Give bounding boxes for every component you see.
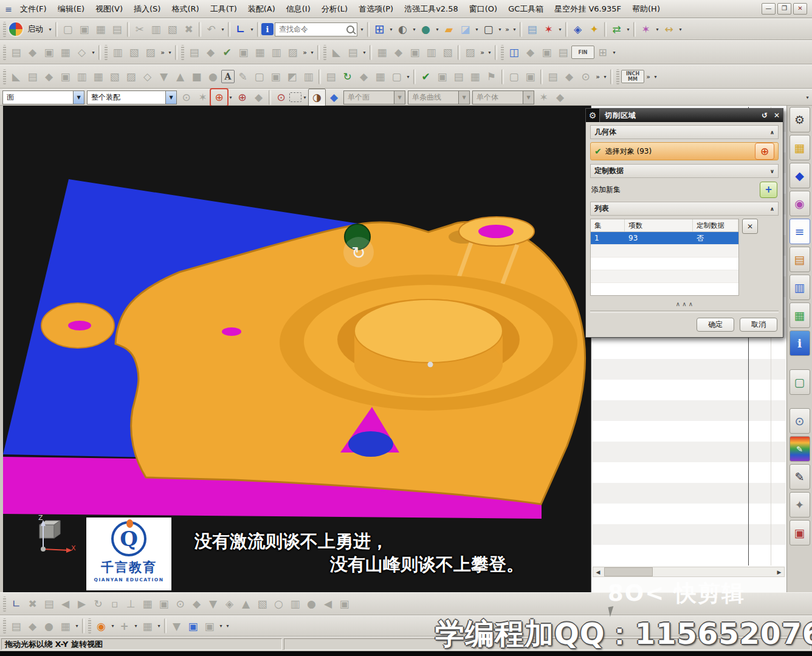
table-icon[interactable]: ▦	[139, 618, 156, 634]
op-icon[interactable]: ▨	[284, 44, 301, 61]
shade-icon[interactable]: ●	[303, 596, 320, 612]
prev-icon[interactable]: ◀	[320, 596, 336, 612]
edit-icon[interactable]: ▨	[123, 69, 139, 85]
folder-icon[interactable]: ▰	[441, 21, 457, 38]
edit-icon[interactable]: ▼	[156, 69, 172, 85]
cam-icon[interactable]: ◆	[24, 44, 41, 61]
minimize-button[interactable]: —	[762, 3, 776, 15]
wf-icon[interactable]: ▥	[423, 44, 439, 61]
rotate-point-icon[interactable]: ⊕	[234, 89, 250, 106]
monitor-icon[interactable]: ▢	[506, 69, 522, 85]
undo-icon[interactable]: ↶	[203, 21, 219, 38]
probe-icon[interactable]: ◆	[356, 69, 372, 85]
menu-item[interactable]: GC工具箱	[503, 2, 549, 16]
visualization-tab[interactable]: ✎	[790, 464, 810, 490]
combo-arrow-icon[interactable]: ▼	[165, 91, 176, 104]
shaded-view-icon[interactable]: ◐	[394, 21, 411, 38]
shop-doc-icon[interactable]: ▣	[434, 69, 450, 85]
cam-icon[interactable]: ▧	[126, 44, 142, 61]
annotation-icon[interactable]: A	[221, 70, 235, 83]
shop-doc-icon[interactable]: ▤	[450, 69, 467, 85]
orient-icon[interactable]: ⊥	[123, 596, 139, 612]
dialog-gear-icon[interactable]: ⚙	[586, 109, 600, 122]
units-toggle-icon[interactable]: INCH MM	[621, 70, 644, 83]
menu-item[interactable]: 工具(T)	[205, 2, 243, 16]
tool-icon[interactable]: ▤	[345, 44, 361, 61]
edit-icon[interactable]: ▲	[172, 69, 188, 85]
tool-dropdown[interactable]: ▾	[361, 44, 368, 61]
rect-select-icon[interactable]: ▢	[289, 92, 301, 102]
operation-navigator-tab[interactable]: ≡	[790, 219, 810, 244]
swap-arrows-icon[interactable]: ⇄	[608, 21, 625, 38]
snap-point-icon[interactable]: ✶	[194, 89, 211, 106]
part-navigator-tab[interactable]: ◉	[790, 191, 810, 216]
snap-active-icon[interactable]: ⊕	[211, 89, 227, 106]
wf-icon[interactable]: ▦	[374, 44, 390, 61]
print-icon[interactable]: ▤	[109, 21, 125, 38]
sphere-icon[interactable]: ○	[270, 596, 287, 612]
shaded-select-icon[interactable]: ◑	[308, 89, 326, 106]
snapshot-icon[interactable]: ▥	[287, 596, 303, 612]
swap-dropdown[interactable]: ▾	[625, 21, 631, 38]
select-target-button[interactable]: ⊕	[755, 143, 774, 160]
tooling-tab[interactable]: ✦	[790, 492, 810, 518]
wf-icon[interactable]: ▧	[439, 44, 456, 61]
key-icon[interactable]: ✦	[586, 21, 602, 38]
wf-icon[interactable]: ▣	[407, 44, 423, 61]
custom-data-header[interactable]: 定制数据 ∨	[590, 164, 779, 178]
curve-rule-icon[interactable]: ✶	[535, 89, 552, 106]
trimetric-icon[interactable]: ▣	[156, 596, 172, 612]
toolbar-overflow[interactable]: »	[301, 44, 309, 61]
wf-icon[interactable]: ▨	[462, 44, 478, 61]
expand-icon[interactable]: ∨	[770, 168, 774, 174]
edit-icon[interactable]: ▣	[57, 69, 74, 85]
general-selection-icon[interactable]: ⊙	[273, 89, 289, 106]
misc-icon[interactable]: ▣	[538, 44, 555, 61]
copy-icon[interactable]: ▥	[148, 21, 164, 38]
selection-scope-combo[interactable]: 整个装配▼	[87, 91, 177, 104]
sheet-icon[interactable]: ▥	[300, 69, 317, 85]
background-icon[interactable]: ▢	[480, 21, 497, 38]
measure-dropdown[interactable]: ▾	[677, 21, 684, 38]
constraint-navigator-tab[interactable]: ◆	[790, 163, 810, 188]
cam-dropdown[interactable]: ▾	[90, 44, 97, 61]
pan-icon[interactable]: ▫	[106, 596, 123, 612]
overflow-dropdown[interactable]: ▾	[309, 44, 315, 61]
menu-item[interactable]: 星空外挂 V6.935F	[549, 2, 627, 16]
dialog-resize-grip[interactable]: ∧ ∧ ∧	[590, 299, 779, 308]
wave-linker-icon[interactable]: ◈	[569, 21, 586, 38]
remove-set-button[interactable]: ✕	[742, 219, 758, 234]
system-menu-icon[interactable]: ≡	[2, 4, 15, 15]
restore-button[interactable]: ❐	[777, 3, 791, 15]
table-row[interactable]: 1 93 否	[591, 232, 738, 244]
menu-item[interactable]: 插入(S)	[128, 2, 166, 16]
command-finder[interactable]	[275, 22, 357, 36]
collapse-icon[interactable]: ∧	[770, 206, 774, 212]
node-tree-icon[interactable]: ✶	[540, 21, 557, 38]
section-icon[interactable]: ✖	[24, 596, 41, 612]
front-view-icon[interactable]: ▲	[238, 596, 254, 612]
lug-hole-highlight[interactable]	[68, 321, 91, 330]
edit-icon[interactable]: ▧	[106, 69, 123, 85]
cam-icon[interactable]: ◇	[74, 44, 90, 61]
report-icon[interactable]: ▣	[522, 69, 538, 85]
iso-icon[interactable]: ◆	[188, 596, 205, 612]
layout-icon[interactable]: ◆	[24, 618, 41, 634]
menu-item[interactable]: 编辑(E)	[52, 2, 90, 16]
op-icon[interactable]: ▤	[186, 44, 202, 61]
edit-icon[interactable]: ▤	[24, 69, 41, 85]
body-rule-icon[interactable]: ◆	[552, 89, 568, 106]
clamp-icon[interactable]: ◫	[506, 44, 522, 61]
menu-item[interactable]: 格式(R)	[166, 2, 204, 16]
stack-icon[interactable]: ▤	[555, 44, 571, 61]
scroll-right-icon[interactable]: ▶	[774, 567, 784, 576]
scroll-left-icon[interactable]: ◀	[593, 567, 603, 576]
sheet-icon[interactable]: ◩	[284, 69, 300, 85]
anchor-icon[interactable]: ⊙	[172, 596, 188, 612]
process-assistant-tab[interactable]: ▥	[790, 275, 810, 300]
toolbar-overflow[interactable]: »	[503, 21, 511, 38]
geometry-section-header[interactable]: 几何体 ∧	[590, 125, 779, 139]
render-style-icon[interactable]: ●	[418, 21, 434, 38]
lathe-icon[interactable]: ▼	[168, 618, 185, 634]
internet-tab[interactable]: i	[790, 330, 810, 356]
